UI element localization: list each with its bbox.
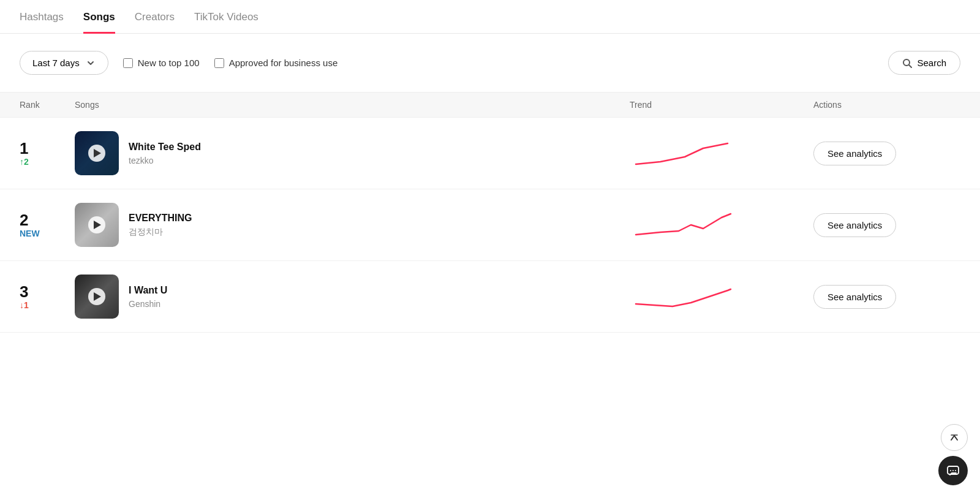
actions-cell: See analytics	[813, 142, 960, 165]
col-actions: Actions	[813, 100, 960, 110]
chevron-down-icon	[86, 58, 96, 68]
play-button[interactable]	[88, 216, 105, 233]
see-analytics-button[interactable]: See analytics	[813, 213, 896, 237]
rank-cell: 3 ↓1	[20, 283, 75, 311]
actions-cell: See analytics	[813, 213, 960, 237]
period-label: Last 7 days	[32, 58, 80, 68]
col-trend: Trend	[630, 100, 813, 110]
song-artist: Genshin	[129, 299, 167, 309]
song-title: White Tee Sped	[129, 142, 201, 153]
tab-tiktok-videos[interactable]: TikTok Videos	[194, 11, 258, 34]
tab-hashtags[interactable]: Hashtags	[20, 11, 64, 34]
approved-for-business-filter[interactable]: Approved for business use	[214, 58, 338, 68]
rank-cell: 2 NEW	[20, 211, 75, 239]
search-icon	[902, 58, 912, 68]
song-artist: tezkko	[129, 156, 201, 165]
rank-change: ↓1	[20, 300, 29, 310]
tab-songs[interactable]: Songs	[83, 11, 115, 34]
trend-chart	[630, 206, 740, 243]
approved-for-business-label: Approved for business use	[229, 58, 338, 68]
new-to-top-100-filter[interactable]: New to top 100	[123, 58, 200, 68]
search-button[interactable]: Search	[888, 51, 960, 75]
song-info: White Tee Sped tezkko	[129, 142, 201, 165]
rank-number: 3	[20, 283, 28, 301]
see-analytics-button[interactable]: See analytics	[813, 285, 896, 309]
tab-creators[interactable]: Creators	[135, 11, 175, 34]
song-info: I Want U Genshin	[129, 285, 167, 309]
col-rank: Rank	[20, 100, 75, 110]
song-info: EVERYTHING 검정치마	[129, 213, 192, 238]
rank-change: ↑2	[20, 157, 29, 167]
trend-cell	[630, 135, 813, 172]
song-title: EVERYTHING	[129, 213, 192, 224]
song-thumbnail[interactable]	[75, 203, 119, 247]
rank-change: NEW	[20, 229, 40, 238]
song-thumbnail[interactable]	[75, 275, 119, 319]
song-thumbnail[interactable]	[75, 131, 119, 175]
song-cell: I Want U Genshin	[75, 275, 630, 319]
svg-line-1	[909, 65, 911, 67]
actions-cell: See analytics	[813, 285, 960, 309]
song-cell: EVERYTHING 검정치마	[75, 203, 630, 247]
filters-bar: Last 7 days New to top 100 Approved for …	[0, 34, 980, 92]
new-to-top-100-label: New to top 100	[138, 58, 200, 68]
search-label: Search	[917, 58, 946, 68]
song-title: I Want U	[129, 285, 167, 296]
new-to-top-100-checkbox[interactable]	[123, 58, 133, 68]
rank-number: 2	[20, 211, 28, 229]
trend-cell	[630, 206, 813, 243]
song-cell: White Tee Sped tezkko	[75, 131, 630, 175]
trend-chart	[630, 278, 740, 315]
col-songs: Songs	[75, 100, 630, 110]
approved-for-business-checkbox[interactable]	[214, 58, 224, 68]
play-button[interactable]	[88, 145, 105, 162]
table-row: 1 ↑2 White Tee Sped tezkko See analytics	[0, 118, 980, 189]
rank-number: 1	[20, 140, 28, 157]
rank-cell: 1 ↑2	[20, 140, 75, 167]
trend-cell	[630, 278, 813, 315]
table-header: Rank Songs Trend Actions	[0, 92, 980, 118]
table-row: 2 NEW EVERYTHING 검정치마 See analytics	[0, 189, 980, 261]
play-button[interactable]	[88, 288, 105, 305]
period-dropdown[interactable]: Last 7 days	[20, 51, 108, 75]
table-row: 3 ↓1 I Want U Genshin See analytics	[0, 261, 980, 333]
see-analytics-button[interactable]: See analytics	[813, 142, 896, 165]
song-artist: 검정치마	[129, 227, 192, 238]
trend-chart	[630, 135, 740, 172]
tab-bar: Hashtags Songs Creators TikTok Videos	[0, 0, 980, 34]
